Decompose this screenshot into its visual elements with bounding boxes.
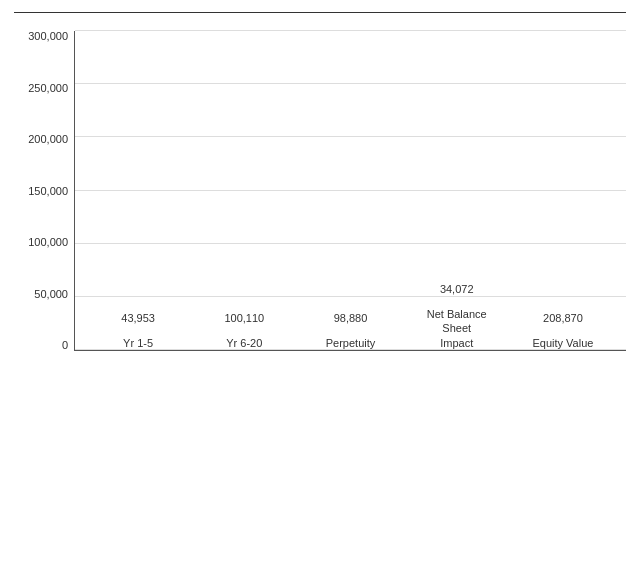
- gridline: [75, 83, 626, 84]
- bar-group: 34,072Net Balance SheetImpact: [404, 301, 510, 350]
- bar-group: 208,870Equity Value: [510, 330, 616, 350]
- x-axis-label: Yr 6-20: [204, 336, 284, 350]
- gridline: [75, 296, 626, 297]
- gridline: [75, 136, 626, 137]
- gridline: [75, 243, 626, 244]
- x-axis-label: Net Balance SheetImpact: [417, 307, 497, 350]
- y-axis-label: 250,000: [28, 83, 68, 94]
- y-axis-label: 300,000: [28, 31, 68, 42]
- bar-value-label: 43,953: [121, 312, 155, 324]
- bar-value-label: 98,880: [334, 312, 368, 324]
- y-axis: 300,000250,000200,000150,000100,00050,00…: [14, 31, 74, 351]
- y-axis-label: 100,000: [28, 237, 68, 248]
- x-axis-label: Perpetuity: [311, 336, 391, 350]
- bar-group: 98,880Perpetuity: [297, 330, 403, 350]
- bar-group: 43,953Yr 1-5: [85, 330, 191, 350]
- bar-value-label: 208,870: [543, 312, 583, 324]
- bar-value-label: 34,072: [440, 283, 474, 295]
- bar-value-label: 100,110: [224, 312, 264, 324]
- section-title: [14, 10, 626, 13]
- y-axis-label: 50,000: [34, 289, 68, 300]
- x-axis-label: Yr 1-5: [98, 336, 178, 350]
- bar-group: 100,110Yr 6-20: [191, 330, 297, 350]
- gridline: [75, 30, 626, 31]
- y-axis-label: 200,000: [28, 134, 68, 145]
- x-axis-label: Equity Value: [523, 336, 603, 350]
- chart-inner: 43,953Yr 1-5100,110Yr 6-2098,880Perpetui…: [74, 31, 626, 351]
- chart-area: 300,000250,000200,000150,000100,00050,00…: [14, 31, 626, 401]
- y-axis-label: 150,000: [28, 186, 68, 197]
- gridline: [75, 190, 626, 191]
- y-axis-label: 0: [62, 340, 68, 351]
